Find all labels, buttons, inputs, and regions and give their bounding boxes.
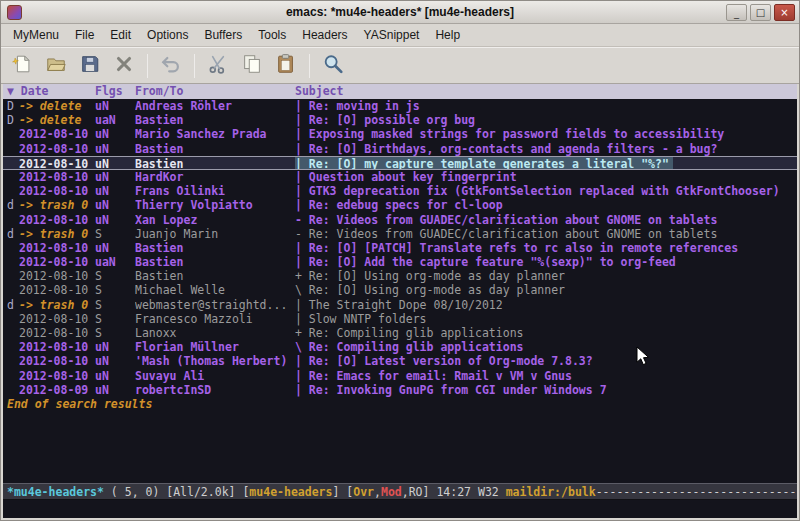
from-cell: webmaster@straightd...: [135, 298, 295, 312]
menu-mymenu[interactable]: MyMenu: [5, 25, 67, 45]
subject-cell: \ Re: [O] Using org-mode as day planner: [295, 283, 797, 297]
column-header-flags[interactable]: Flgs: [95, 84, 135, 99]
subject-cell: | Re: Emacs for email: Rmail v VM v Gnus: [295, 369, 797, 383]
frame-content: ▼ Date Flgs From/To Subject D-> deleteuN…: [1, 84, 799, 520]
date-cell: 2012-08-10: [19, 354, 95, 368]
new-file-button[interactable]: [7, 51, 37, 81]
message-list: D-> deleteuNAndreas Röhler| Re: moving i…: [3, 99, 797, 397]
menu-file[interactable]: File: [67, 25, 102, 45]
close-buffer-icon: [113, 53, 135, 78]
mark-cell: [3, 326, 19, 340]
message-row[interactable]: D-> deleteuaNBastien| Re: [O] possible o…: [3, 113, 797, 127]
close-buffer-button[interactable]: [109, 51, 139, 81]
close-button[interactable]: ×: [774, 4, 795, 21]
from-cell: Suvayu Ali: [135, 369, 295, 383]
subject-cell: + Re: [O] Using org-mode as day planner: [295, 269, 797, 283]
date-cell: -> trash 0: [19, 298, 95, 312]
copy-button[interactable]: [237, 51, 267, 81]
menu-edit[interactable]: Edit: [102, 25, 139, 45]
flags-cell: uN: [95, 99, 135, 113]
message-row[interactable]: d-> trash 0SJuanjo Marin- Re: Videos fro…: [3, 227, 797, 241]
menu-headers[interactable]: Headers: [294, 25, 355, 45]
message-row[interactable]: 2012-08-10uaNBastien| Re: [O] Add the ca…: [3, 255, 797, 269]
flags-cell: S: [95, 227, 135, 241]
menu-help[interactable]: Help: [427, 25, 468, 45]
mark-cell: [3, 354, 19, 368]
message-row[interactable]: 2012-08-10uNBastien| Re: [O] Birthdays, …: [3, 142, 797, 156]
date-cell: 2012-08-10: [19, 127, 95, 141]
mark-cell: d: [3, 198, 19, 212]
column-header-subject[interactable]: Subject: [295, 84, 797, 99]
from-cell: Frans Oilinki: [135, 184, 295, 198]
subject-cell: - Re: Videos from GUADEC/clarification a…: [295, 227, 797, 241]
menubar: MyMenuFileEditOptionsBuffersToolsHeaders…: [1, 24, 799, 47]
undo-button[interactable]: [156, 51, 186, 81]
menu-options[interactable]: Options: [139, 25, 196, 45]
from-cell: robertcInSD: [135, 383, 295, 397]
message-row[interactable]: 2012-08-10uNHardKor| Question about key …: [3, 170, 797, 184]
mark-cell: [3, 213, 19, 227]
message-row[interactable]: d-> trash 0uNThierry Volpiatto| Re: edeb…: [3, 198, 797, 212]
from-cell: Mario Sanchez Prada: [135, 127, 295, 141]
from-cell: Michael Welle: [135, 283, 295, 297]
save-button[interactable]: [75, 51, 105, 81]
modeline-segment: ( 5, 0): [104, 485, 166, 499]
message-row[interactable]: D-> deleteuNAndreas Röhler| Re: moving i…: [3, 99, 797, 113]
mark-cell: [3, 312, 19, 326]
message-row[interactable]: 2012-08-09uNrobertcInSD| Re: Invoking Gn…: [3, 383, 797, 397]
flags-cell: uN: [95, 213, 135, 227]
toolbar-separator: [309, 54, 310, 78]
menu-buffers[interactable]: Buffers: [196, 25, 250, 45]
column-header-from[interactable]: From/To: [135, 84, 295, 99]
paste-icon: [275, 53, 297, 78]
flags-cell: S: [95, 312, 135, 326]
minimize-button[interactable]: _: [726, 4, 747, 21]
paste-button[interactable]: [271, 51, 301, 81]
maximize-button[interactable]: □: [750, 4, 771, 21]
from-cell: Bastien: [135, 255, 295, 269]
new-file-icon: [11, 53, 33, 78]
mark-cell: D: [3, 99, 19, 113]
date-cell: 2012-08-09: [19, 383, 95, 397]
modeline-segment: 14:27: [436, 485, 478, 499]
modeline-segment: Mod: [381, 485, 402, 499]
message-row[interactable]: 2012-08-10uNBastien| Re: [O] [PATCH] Tra…: [3, 241, 797, 255]
message-row[interactable]: 2012-08-10uNSuvayu Ali| Re: Emacs for em…: [3, 369, 797, 383]
message-row[interactable]: 2012-08-10SFrancesco Mazzoli| Slow NNTP …: [3, 312, 797, 326]
message-row[interactable]: 2012-08-10SBastien+ Re: [O] Using org-mo…: [3, 269, 797, 283]
subject-cell: | Re: [O] possible org bug: [295, 113, 797, 127]
echo-area[interactable]: [3, 500, 797, 518]
message-row[interactable]: 2012-08-10uNFrans Oilinki| GTK3 deprecat…: [3, 184, 797, 198]
date-cell: -> trash 0: [19, 227, 95, 241]
message-row[interactable]: 2012-08-10uNMario Sanchez Prada| Exposin…: [3, 127, 797, 141]
toolbar-separator: [147, 54, 148, 78]
undo-icon: [160, 53, 182, 78]
from-cell: Bastien: [135, 113, 295, 127]
message-row[interactable]: 2012-08-10SLanoxx+ Re: Compiling glib ap…: [3, 326, 797, 340]
open-file-button[interactable]: [41, 51, 71, 81]
titlebar: emacs: *mu4e-headers* [mu4e-headers] _ □…: [1, 1, 799, 24]
menu-tools[interactable]: Tools: [250, 25, 294, 45]
flags-cell: uN: [95, 241, 135, 255]
message-row[interactable]: 2012-08-10uNXan Lopez- Re: Videos from G…: [3, 213, 797, 227]
cut-icon: [207, 53, 229, 78]
mark-cell: [3, 283, 19, 297]
toolbar: [1, 47, 799, 84]
flags-cell: uN: [95, 170, 135, 184]
message-row[interactable]: 2012-08-10uNBastien| Re: [O] my capture …: [3, 156, 797, 170]
message-row[interactable]: 2012-08-10uN'Mash (Thomas Herbert)| Re: …: [3, 354, 797, 368]
subject-cell: | Re: edebug specs for cl-loop: [295, 198, 797, 212]
date-cell: 2012-08-10: [19, 142, 95, 156]
toolbar-separator: [194, 54, 195, 78]
from-cell: Bastien: [135, 142, 295, 156]
column-header-date[interactable]: ▼ Date: [3, 84, 95, 99]
mark-cell: [3, 241, 19, 255]
search-button[interactable]: [318, 51, 348, 81]
message-row[interactable]: d-> trash 0Swebmaster@straightd...| The …: [3, 298, 797, 312]
flags-cell: uaN: [95, 113, 135, 127]
menu-yasnippet[interactable]: YASnippet: [356, 25, 428, 45]
message-row[interactable]: 2012-08-10uNFlorian Müllner\ Re: Compili…: [3, 340, 797, 354]
message-row[interactable]: 2012-08-10SMichael Welle\ Re: [O] Using …: [3, 283, 797, 297]
mark-cell: [3, 170, 19, 184]
cut-button[interactable]: [203, 51, 233, 81]
